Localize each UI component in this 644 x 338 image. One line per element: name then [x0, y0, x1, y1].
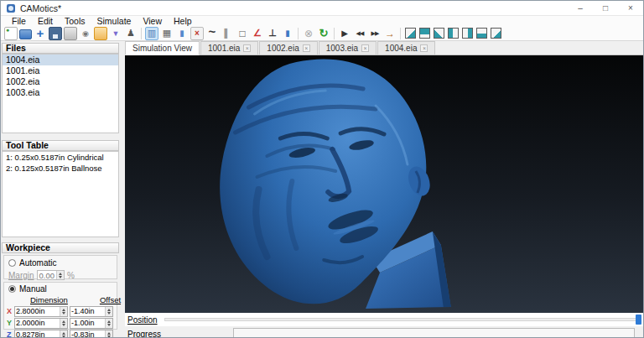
- view-back-icon[interactable]: [434, 28, 444, 39]
- sidebar: Files 1004.eia 1001.eia 1002.eia 1003.ei…: [1, 41, 120, 338]
- tab-close-icon[interactable]: ×: [243, 44, 251, 52]
- toggle-axes-icon[interactable]: [251, 27, 264, 40]
- tab-1001[interactable]: 1001.eia ×: [200, 41, 258, 55]
- spin-buttons[interactable]: [56, 271, 64, 279]
- dimension-header: Dimension: [30, 295, 68, 304]
- reload-icon[interactable]: [317, 27, 330, 40]
- spin-buttons[interactable]: [105, 319, 112, 328]
- spin-buttons[interactable]: [60, 319, 67, 328]
- tool-table-list: 1: 0.25x0.5187in Cylindrical 2: 0.125x0.…: [2, 151, 119, 237]
- open-project-icon[interactable]: [19, 29, 32, 39]
- toggle-workpiece-icon[interactable]: [145, 27, 158, 40]
- tab-1004[interactable]: 1004.eia ×: [377, 41, 435, 55]
- maximize-button[interactable]: □: [593, 1, 618, 15]
- file-item[interactable]: 1004.eia: [3, 55, 118, 65]
- toggle-probe-icon[interactable]: [281, 27, 294, 40]
- margin-label: Margin: [8, 271, 34, 280]
- axis-row-y: Y 2.0000in -1.00in: [7, 317, 114, 329]
- snapshot-icon[interactable]: [79, 27, 92, 40]
- dimension-offset-table: Dimension Offset X 2.8000in -1.40in Y: [4, 294, 117, 338]
- menu-edit[interactable]: Edit: [32, 16, 59, 26]
- stop-icon[interactable]: [302, 27, 315, 40]
- title-bar: CAMotics* – □ ×: [1, 1, 643, 16]
- play-icon[interactable]: [338, 27, 351, 40]
- axis-row-z: Z 0.8278in -0.83in: [7, 329, 114, 338]
- file-item[interactable]: 1003.eia: [3, 87, 118, 98]
- end-mill-icon[interactable]: [109, 27, 122, 40]
- tab-1002[interactable]: 1002.eia ×: [259, 41, 317, 55]
- manual-radio[interactable]: [8, 285, 16, 293]
- tab-label: 1001.eia: [208, 44, 240, 53]
- toggle-tool-path-icon[interactable]: [205, 27, 219, 40]
- x-dimension-input[interactable]: 2.8000in: [14, 306, 68, 317]
- olmec-head-model: [125, 55, 643, 313]
- view-left-icon[interactable]: [448, 28, 459, 39]
- y-dimension-value: 2.0000in: [15, 319, 60, 327]
- x-offset-input[interactable]: -1.40in: [70, 306, 113, 317]
- file-item[interactable]: 1001.eia: [3, 65, 118, 76]
- hide-surface-icon[interactable]: [190, 27, 204, 40]
- tab-1003[interactable]: 1003.eia ×: [319, 41, 377, 55]
- toggle-bounds-icon[interactable]: [236, 27, 249, 40]
- file-item[interactable]: 1002.eia: [3, 76, 118, 87]
- save-project-icon[interactable]: [49, 27, 62, 40]
- operator-icon[interactable]: [124, 27, 138, 40]
- fast-forward-icon[interactable]: [368, 27, 382, 40]
- toolbar-separator: [298, 28, 299, 39]
- main-area: Simulation View 1001.eia × 1002.eia × 10…: [125, 41, 643, 338]
- slider-groove[interactable]: [164, 318, 641, 321]
- spin-buttons[interactable]: [60, 330, 67, 338]
- rewind-icon[interactable]: [353, 27, 366, 40]
- z-dimension-input[interactable]: 0.8278in: [14, 330, 68, 338]
- step-icon[interactable]: [383, 27, 397, 40]
- tool-item[interactable]: 1: 0.25x0.5187in Cylindrical: [3, 152, 118, 163]
- x-offset-value: -1.40in: [70, 307, 105, 315]
- export-icon[interactable]: [64, 27, 77, 40]
- view-front-icon[interactable]: [419, 28, 430, 39]
- view-right-icon[interactable]: [462, 28, 473, 39]
- files-list: 1004.eia 1001.eia 1002.eia 1003.eia: [2, 54, 119, 133]
- menu-simulate[interactable]: Simulate: [91, 16, 138, 26]
- tab-close-icon[interactable]: ×: [420, 44, 428, 52]
- y-dimension-input[interactable]: 2.0000in: [14, 318, 68, 329]
- margin-spinner[interactable]: 0.00: [37, 270, 65, 280]
- z-offset-input[interactable]: -0.83in: [70, 330, 113, 338]
- spin-buttons[interactable]: [105, 330, 112, 338]
- y-offset-input[interactable]: -1.00in: [70, 318, 113, 329]
- simulation-3d-viewport[interactable]: [125, 55, 643, 313]
- menu-help[interactable]: Help: [168, 16, 198, 26]
- view-isometric-icon[interactable]: [405, 28, 416, 39]
- tool-item[interactable]: 2: 0.125x0.5187in Ballnose: [3, 163, 118, 174]
- spin-buttons[interactable]: [105, 307, 112, 316]
- margin-unit: %: [67, 271, 75, 280]
- z-axis-label: Z: [7, 330, 13, 338]
- menu-view[interactable]: View: [137, 16, 168, 26]
- add-file-icon[interactable]: [34, 27, 47, 40]
- tab-simulation-view[interactable]: Simulation View: [125, 41, 200, 55]
- menu-tools[interactable]: Tools: [59, 16, 91, 26]
- toggle-tool-icon[interactable]: [221, 27, 234, 40]
- toggle-machine-icon[interactable]: [266, 27, 279, 40]
- y-axis-label: Y: [7, 319, 13, 327]
- tab-close-icon[interactable]: ×: [361, 44, 369, 52]
- position-label: Position: [127, 315, 158, 325]
- minimize-button[interactable]: –: [568, 1, 593, 15]
- close-button[interactable]: ×: [618, 1, 643, 15]
- toggle-surface-icon[interactable]: [160, 27, 174, 40]
- position-slider[interactable]: [164, 314, 641, 325]
- new-project-icon[interactable]: [4, 27, 18, 40]
- slider-handle[interactable]: [636, 315, 641, 325]
- toggle-cut-workpiece-icon[interactable]: [175, 27, 189, 40]
- tab-close-icon[interactable]: ×: [303, 44, 310, 52]
- automatic-radio[interactable]: [8, 259, 16, 267]
- app-icon: [7, 4, 15, 13]
- tool-settings-icon[interactable]: [94, 27, 107, 40]
- toolbar-separator: [334, 28, 335, 39]
- spin-buttons[interactable]: [60, 307, 67, 316]
- window-controls: – □ ×: [568, 1, 643, 15]
- view-top-icon[interactable]: [476, 28, 487, 39]
- menu-file[interactable]: File: [6, 16, 32, 26]
- view-bottom-icon[interactable]: [491, 28, 501, 39]
- position-row: Position: [125, 313, 643, 326]
- x-dimension-value: 2.8000in: [15, 307, 60, 315]
